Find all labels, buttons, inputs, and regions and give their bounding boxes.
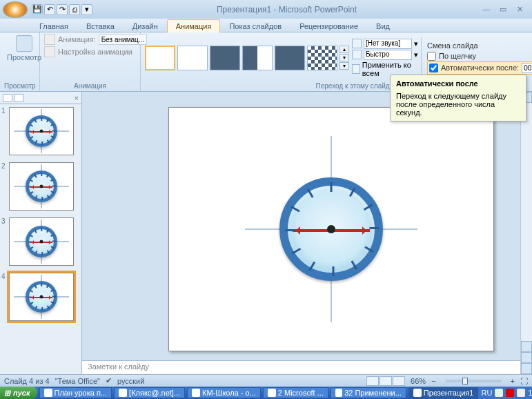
status-theme: "Тема Office" [55,377,100,385]
slides-panel: × 1234 [0,92,82,374]
dropdown-icon[interactable]: ▾ [414,50,418,59]
outline-close-icon[interactable]: × [75,94,79,102]
taskbar-item[interactable]: Презентация1 [408,387,479,398]
group-animation-label: Анимация [44,81,136,90]
app-icon [268,389,276,397]
slide-thumbnail[interactable]: 2 [1,162,80,211]
window-title: Презентация1 - Microsoft PowerPoint [92,5,481,14]
minimize-icon[interactable]: — [481,5,492,14]
ribbon-tabs: Главная Вставка Дизайн Анимация Показ сл… [0,19,532,32]
spellcheck-icon[interactable]: ✔ [106,376,112,385]
tab-design[interactable]: Дизайн [124,19,167,32]
app-icon [413,389,422,397]
sound-select[interactable]: [Нет звука] [364,39,412,49]
scroll-down-icon[interactable] [521,341,532,352]
custom-anim-icon [44,46,55,57]
tab-animation[interactable]: Анимация [167,19,221,32]
app-icon [44,389,52,397]
app-icon [119,389,127,397]
apply-all-icon [352,64,360,74]
print-icon[interactable]: ⎙ [69,4,80,15]
restore-icon[interactable]: ▭ [497,5,509,14]
system-tray[interactable]: RU 13:36 [478,387,532,399]
tab-slideshow[interactable]: Показ слайдов [220,19,290,32]
office-button[interactable] [3,1,28,18]
status-zoom: 66% [411,377,426,385]
zoom-in-icon[interactable]: + [511,377,515,385]
taskbar: ⊞пуск План урока п...[Клякс@.net]...КМ-Ш… [0,387,532,399]
view-sorter-icon[interactable] [380,376,392,386]
speed-icon [352,50,362,59]
transition-6[interactable] [307,46,337,70]
transition-none[interactable] [145,46,175,70]
slide-change-header: Смена слайда [427,41,532,50]
slide-thumbnail[interactable]: 3 [1,217,80,266]
speed-select[interactable]: Быстро [364,50,412,60]
tab-home[interactable]: Главная [30,19,77,32]
tooltip-auto-after: Автоматически после Переход к следующему… [390,75,526,121]
auto-after-checkbox[interactable]: Автоматически после:▴▾ [427,61,532,75]
clock-hub [327,225,335,233]
status-lang[interactable]: русский [117,377,144,385]
app-icon [335,389,342,397]
gallery-up-icon[interactable]: ▴ [339,46,349,53]
tray-icon[interactable] [495,389,503,397]
transition-5[interactable] [275,46,305,70]
gallery-more-icon[interactable]: ▾ [339,62,349,70]
app-icon [192,389,200,397]
custom-animation-button[interactable]: Настройка анимации [44,46,147,57]
tray-clock[interactable]: 13:36 [528,389,532,397]
outline-tab-outline[interactable] [14,94,23,102]
outline-tab-slides[interactable] [3,94,12,102]
prev-slide-icon[interactable] [521,352,532,363]
tab-insert[interactable]: Вставка [77,19,124,32]
fit-window-icon[interactable]: ⛶ [520,377,528,385]
gallery-down-icon[interactable]: ▾ [339,54,349,61]
zoom-slider[interactable] [446,380,501,382]
clock-hand-left [293,229,331,232]
redo-icon[interactable]: ↷ [57,4,68,15]
tray-icon[interactable] [517,389,525,397]
qat-more-icon[interactable]: ▾ [81,4,92,15]
clock-shape[interactable] [279,177,383,281]
taskbar-item[interactable]: 2 Microsoft ... [263,387,328,398]
undo-icon[interactable]: ↶ [44,4,55,15]
transition-2[interactable] [177,46,208,70]
vertical-scrollbar[interactable] [520,92,532,374]
taskbar-item[interactable]: [Клякс@.net]... [114,387,185,398]
animation-select[interactable] [99,34,147,45]
sound-icon [352,39,362,48]
close-icon[interactable]: ✕ [514,5,525,14]
slide-canvas[interactable] [168,107,494,351]
taskbar-item[interactable]: План урока п... [39,387,112,398]
status-slide-info: Слайд 4 из 4 [4,377,50,385]
next-slide-icon[interactable] [521,363,532,374]
tray-lang[interactable]: RU [481,389,492,397]
view-normal-icon[interactable] [366,376,379,386]
preview-icon [16,35,32,52]
auto-after-value[interactable] [522,63,532,73]
slide-thumbnail[interactable]: 4 [1,273,80,321]
quick-access-toolbar: 💾 ↶ ↷ ⎙ ▾ [32,4,92,15]
preview-button[interactable]: Просмотр [4,34,44,63]
slide-thumbnail[interactable]: 1 [1,107,80,155]
on-click-checkbox[interactable]: По щелчку [427,52,532,61]
animate-icon [44,34,55,45]
transition-gallery[interactable]: ▴▾▾ [145,46,349,70]
tab-review[interactable]: Рецензирование [290,19,367,32]
tab-view[interactable]: Вид [367,19,399,32]
transition-3[interactable] [210,46,240,70]
windows-logo-icon: ⊞ [4,389,10,398]
transition-4[interactable] [242,46,273,70]
taskbar-item[interactable]: КМ-Школа - о... [187,387,261,398]
notes-pane[interactable]: Заметки к слайду [82,360,520,374]
taskbar-item[interactable]: 32 Применени... [331,387,406,398]
status-bar: Слайд 4 из 4 "Тема Office" ✔ русский 66%… [0,374,532,387]
zoom-out-icon[interactable]: − [431,377,435,385]
dropdown-icon[interactable]: ▾ [414,39,418,48]
clock-hand-right [331,229,370,232]
save-icon[interactable]: 💾 [32,4,43,15]
start-button[interactable]: ⊞пуск [0,387,37,399]
tray-icon[interactable] [506,389,514,397]
view-slideshow-icon[interactable] [393,376,405,386]
